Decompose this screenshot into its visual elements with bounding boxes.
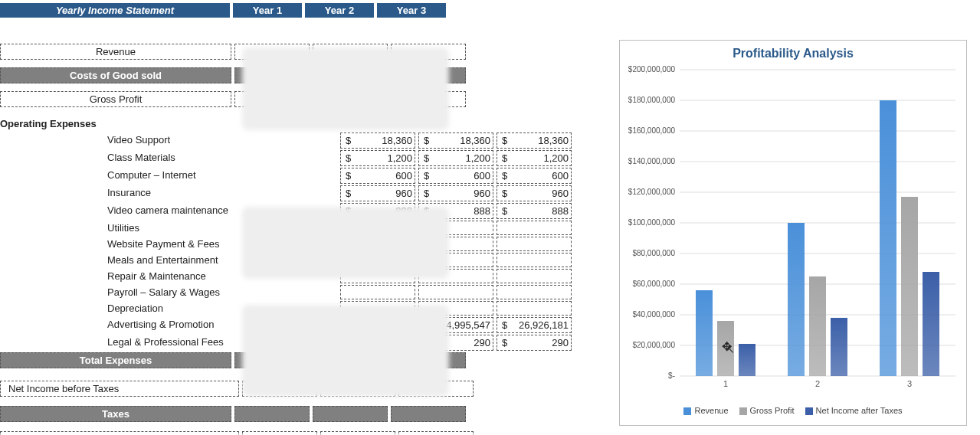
cell[interactable] [497, 253, 572, 267]
opex-item[interactable]: Video Support [0, 132, 337, 149]
cell[interactable]: $960 [497, 185, 572, 201]
blur-bottom [242, 305, 449, 397]
row-taxes[interactable]: Taxes [0, 406, 231, 422]
cell[interactable]: $290 [497, 335, 572, 351]
cell[interactable]: $18,360 [340, 132, 415, 149]
row-revenue[interactable]: Revenue [0, 44, 231, 60]
year-1-header[interactable]: Year 1 [233, 3, 302, 18]
blur-mid [242, 207, 449, 279]
svg-rect-32 [923, 272, 939, 376]
opex-item[interactable]: Class Materials [0, 150, 337, 166]
cell[interactable]: $1,200 [418, 150, 493, 166]
svg-rect-24 [739, 344, 755, 376]
chart-legend: RevenueGross ProfitNet Income after Taxe… [620, 406, 966, 415]
cell[interactable] [497, 221, 572, 235]
income-statement-panel: Yearly Income Statement Year 1 Year 2 Ye… [0, 3, 448, 435]
cell[interactable]: $26,926,181 [497, 317, 572, 333]
cell[interactable]: $1,200 [497, 150, 572, 166]
cell[interactable] [340, 285, 415, 299]
cell[interactable]: $1,200 [340, 150, 415, 166]
svg-rect-26 [788, 223, 805, 376]
cell[interactable]: $888 [497, 203, 572, 219]
cell[interactable]: $600 [497, 168, 572, 184]
cell[interactable] [497, 237, 572, 251]
svg-text:3: 3 [907, 379, 912, 388]
svg-text:$20,000,000: $20,000,000 [632, 341, 675, 349]
svg-rect-27 [809, 276, 826, 376]
year-3-header[interactable]: Year 3 [377, 3, 446, 18]
svg-text:$-: $- [668, 371, 675, 380]
opex-item[interactable]: Payroll – Salary & Wages [0, 285, 337, 299]
svg-text:$80,000,000: $80,000,000 [632, 249, 675, 257]
svg-rect-23 [717, 321, 734, 376]
row-ni-after[interactable]: Net Income after Taxes [0, 431, 239, 435]
svg-text:$180,000,000: $180,000,000 [628, 96, 676, 104]
row-total-expenses[interactable]: Total Expenses [0, 352, 231, 368]
svg-text:1: 1 [723, 379, 728, 388]
svg-rect-28 [831, 318, 847, 376]
blur-top [242, 47, 449, 130]
svg-text:$160,000,000: $160,000,000 [628, 126, 676, 135]
svg-rect-31 [901, 197, 918, 376]
statement-title: Yearly Income Statement [0, 3, 230, 18]
row-opex-header[interactable]: Operating Expenses [0, 116, 230, 131]
profitability-chart[interactable]: $-$20,000,000$40,000,000$60,000,000$80,0… [620, 64, 966, 401]
svg-text:$140,000,000: $140,000,000 [628, 157, 676, 165]
cell[interactable]: $960 [340, 185, 415, 201]
svg-rect-30 [880, 100, 896, 376]
cell[interactable] [497, 301, 572, 316]
year-2-header[interactable]: Year 2 [305, 3, 374, 18]
chart-panel[interactable]: Profitability Analysis $-$20,000,000$40,… [619, 40, 967, 426]
svg-text:$40,000,000: $40,000,000 [632, 310, 675, 319]
cell[interactable] [497, 269, 572, 283]
row-ni-before[interactable]: Net Income before Taxes [0, 381, 239, 397]
svg-text:$200,000,000: $200,000,000 [628, 65, 676, 74]
svg-text:2: 2 [815, 379, 820, 388]
title-bar: Yearly Income Statement Year 1 Year 2 Ye… [0, 3, 448, 18]
cell[interactable] [418, 285, 493, 299]
cell[interactable]: $600 [340, 168, 415, 184]
cell[interactable]: $960 [418, 185, 493, 201]
opex-item[interactable]: Insurance [0, 185, 337, 201]
svg-text:$60,000,000: $60,000,000 [632, 280, 675, 288]
row-cogs[interactable]: Costs of Good sold [0, 67, 231, 83]
cell[interactable]: $18,360 [418, 132, 493, 149]
svg-text:$120,000,000: $120,000,000 [628, 188, 676, 196]
row-gross-profit[interactable]: Gross Profit [0, 91, 231, 107]
opex-item[interactable]: Computer – Internet [0, 168, 337, 184]
cell[interactable]: $600 [418, 168, 493, 184]
svg-rect-22 [696, 290, 713, 376]
cell[interactable]: $18,360 [497, 132, 572, 149]
svg-text:$100,000,000: $100,000,000 [628, 218, 676, 227]
cell[interactable] [497, 285, 572, 299]
chart-title: Profitability Analysis [620, 47, 966, 61]
